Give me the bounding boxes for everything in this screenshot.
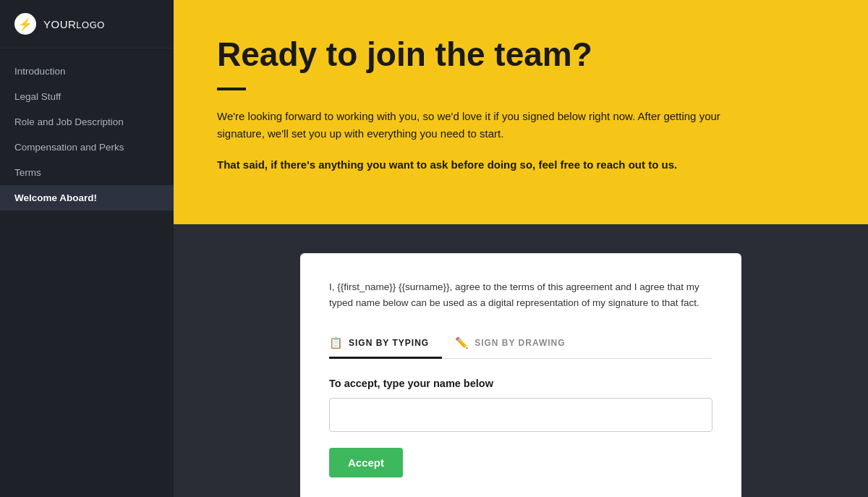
tab-sign-by-drawing[interactable]: ✏️ SIGN BY DRAWING bbox=[442, 329, 578, 359]
hero-section: Ready to join the team? We're looking fo… bbox=[174, 0, 868, 224]
sidebar-item-introduction[interactable]: Introduction bbox=[0, 59, 174, 84]
tab-typing-label: SIGN BY TYPING bbox=[349, 338, 429, 348]
lightning-icon: ⚡ bbox=[18, 17, 33, 31]
pen-icon: ✏️ bbox=[455, 336, 469, 349]
hero-body: We're looking forward to working with yo… bbox=[217, 108, 760, 144]
tab-sign-by-typing[interactable]: 📋 SIGN BY TYPING bbox=[329, 329, 442, 359]
keyboard-icon: 📋 bbox=[329, 336, 344, 349]
sidebar-item-terms[interactable]: Terms bbox=[0, 160, 174, 185]
main-content: Ready to join the team? We're looking fo… bbox=[174, 0, 868, 497]
sidebar-item-compensation[interactable]: Compensation and Perks bbox=[0, 135, 174, 160]
name-input[interactable] bbox=[329, 398, 712, 432]
sidebar-item-legal-stuff[interactable]: Legal Stuff bbox=[0, 84, 174, 109]
signature-section: I, {{first_name}} {{surname}}, agree to … bbox=[174, 224, 868, 497]
sidebar: ⚡ YOURLOGO Introduction Legal Stuff Role… bbox=[0, 0, 174, 497]
logo-light: LOGO bbox=[76, 20, 105, 30]
accept-button[interactable]: Accept bbox=[329, 448, 403, 477]
hero-divider bbox=[217, 88, 246, 90]
logo-bold: YOUR bbox=[43, 18, 76, 30]
logo-icon: ⚡ bbox=[14, 13, 36, 35]
tab-row: 📋 SIGN BY TYPING ✏️ SIGN BY DRAWING bbox=[329, 329, 712, 359]
hero-bold-note: That said, if there's anything you want … bbox=[217, 156, 760, 174]
signature-card: I, {{first_name}} {{surname}}, agree to … bbox=[300, 253, 741, 497]
nav-items: Introduction Legal Stuff Role and Job De… bbox=[0, 48, 174, 497]
logo-area: ⚡ YOURLOGO bbox=[0, 0, 174, 48]
sidebar-item-welcome[interactable]: Welcome Aboard! bbox=[0, 185, 174, 211]
hero-title: Ready to join the team? bbox=[217, 36, 825, 73]
logo-text: YOURLOGO bbox=[43, 18, 105, 30]
sidebar-item-role-job[interactable]: Role and Job Description bbox=[0, 109, 174, 135]
agreement-text: I, {{first_name}} {{surname}}, agree to … bbox=[329, 279, 712, 310]
input-label: To accept, type your name below bbox=[329, 378, 712, 389]
tab-drawing-label: SIGN BY DRAWING bbox=[475, 338, 565, 348]
